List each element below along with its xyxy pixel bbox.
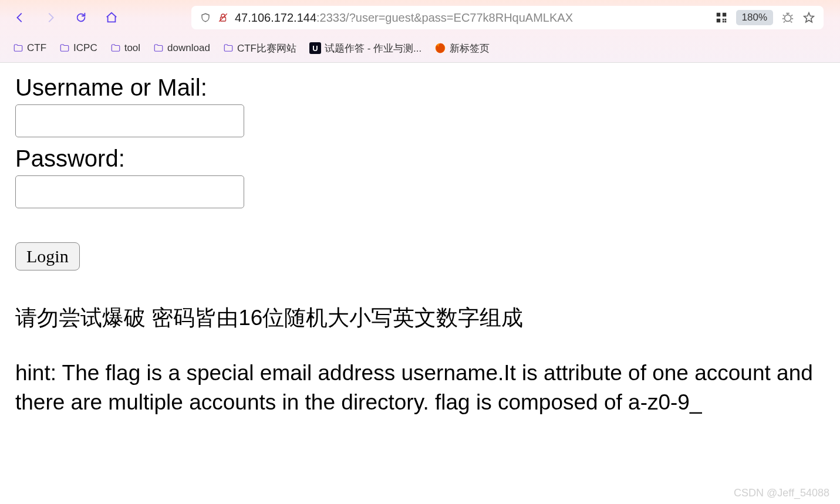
folder-icon xyxy=(13,43,23,53)
bookmark-folder-ctf[interactable]: CTF xyxy=(13,42,46,54)
bookmark-folder-ctf-sites[interactable]: CTF比赛网站 xyxy=(223,42,296,55)
folder-icon xyxy=(110,43,121,53)
password-label: Password: xyxy=(15,146,825,172)
svg-rect-7 xyxy=(722,21,724,23)
svg-rect-6 xyxy=(724,19,726,21)
folder-icon xyxy=(223,43,234,53)
bookmark-folder-tool[interactable]: tool xyxy=(110,42,140,54)
svg-rect-5 xyxy=(722,19,724,21)
url-host: 47.106.172.144 xyxy=(235,11,316,24)
bookmark-folder-icpc[interactable]: ICPC xyxy=(59,42,97,54)
home-button[interactable] xyxy=(102,8,121,27)
password-input[interactable] xyxy=(15,175,244,208)
browser-toolbar: 47.106.172.144:2333/?user=guest&pass=EC7… xyxy=(0,0,840,35)
watermark-text: CSDN @Jeff_54088 xyxy=(734,487,829,499)
username-label: Username or Mail: xyxy=(15,75,825,101)
url-right-icons: 180% xyxy=(715,10,815,25)
folder-icon xyxy=(153,43,164,53)
url-bar[interactable]: 47.106.172.144:2333/?user=guest&pass=EC7… xyxy=(191,6,824,29)
svg-point-9 xyxy=(785,15,791,21)
reload-button[interactable] xyxy=(72,8,90,27)
bookmark-label: 新标签页 xyxy=(450,42,490,55)
bookmark-label: CTF比赛网站 xyxy=(237,42,296,55)
warning-text: 请勿尝试爆破 密码皆由16位随机大小写英文数字组成 xyxy=(15,305,825,332)
insecure-lock-icon xyxy=(217,12,229,23)
svg-rect-8 xyxy=(724,21,726,23)
svg-rect-3 xyxy=(722,13,726,16)
bug-icon[interactable] xyxy=(781,11,794,24)
hint-text: hint: The flag is a special email addres… xyxy=(15,358,819,417)
bookmark-label: download xyxy=(167,42,210,54)
svg-rect-4 xyxy=(716,19,720,22)
bookmark-newtab[interactable]: 新标签页 xyxy=(434,42,490,55)
url-text: 47.106.172.144:2333/?user=guest&pass=EC7… xyxy=(235,11,709,25)
bookmark-label: 试题作答 - 作业与测... xyxy=(325,42,421,55)
bookmark-label: tool xyxy=(124,42,140,54)
bookmark-quiz[interactable]: U 试题作答 - 作业与测... xyxy=(309,42,421,55)
bookmark-star-icon[interactable] xyxy=(802,11,815,24)
favicon-firefox-icon xyxy=(434,42,446,54)
folder-icon xyxy=(59,43,70,53)
bookmark-folder-download[interactable]: download xyxy=(153,42,210,54)
bookmark-label: CTF xyxy=(27,42,46,54)
qr-icon[interactable] xyxy=(715,11,728,24)
page-content: Username or Mail: Password: Login 请勿尝试爆破… xyxy=(0,63,840,428)
back-button[interactable] xyxy=(11,8,29,27)
favicon-u-icon: U xyxy=(309,42,321,54)
shield-icon xyxy=(200,12,211,23)
login-button[interactable]: Login xyxy=(15,242,80,270)
bookmarks-bar: CTF ICPC tool download CTF比赛网站 U 试题作答 - … xyxy=(0,35,840,61)
svg-rect-2 xyxy=(716,13,720,16)
username-input[interactable] xyxy=(15,104,244,137)
zoom-badge[interactable]: 180% xyxy=(736,10,773,25)
forward-button[interactable] xyxy=(41,8,60,27)
browser-chrome: 47.106.172.144:2333/?user=guest&pass=EC7… xyxy=(0,0,840,63)
bookmark-label: ICPC xyxy=(73,42,97,54)
url-path: :2333/?user=guest&pass=EC77k8RHquAMLKAX xyxy=(316,11,573,24)
